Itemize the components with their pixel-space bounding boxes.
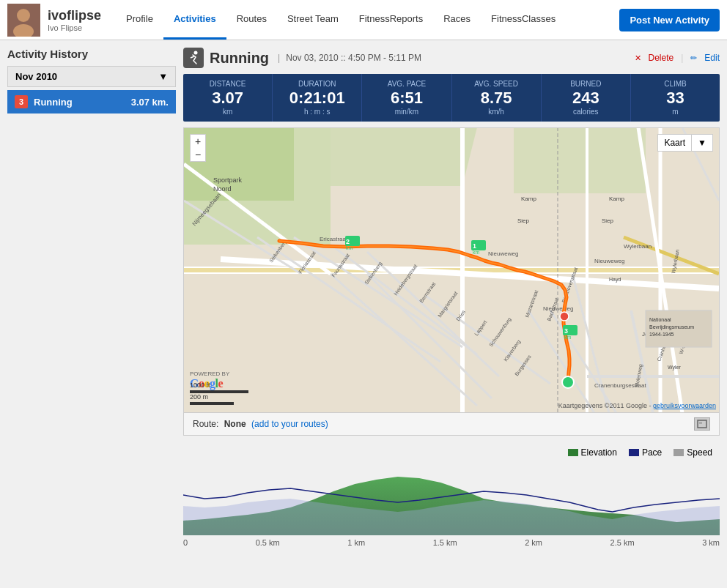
copyright-link[interactable]: gebruiksvoorwaarden (653, 402, 716, 409)
stat-distance-label: Distance (191, 80, 265, 88)
scale-1000ft: 1000 ft (190, 382, 248, 389)
svg-text:Nationaal: Nationaal (649, 317, 671, 322)
chevron-down-icon[interactable]: ▼ (691, 135, 712, 151)
main: Activity History Nov 2010 ▼ 3 Running 3.… (0, 40, 727, 562)
map-type-selector[interactable]: Kaart ▼ (657, 134, 713, 152)
map-container[interactable]: Nijmeegse­baan Stekenberg Floriastraat F… (183, 127, 720, 413)
stat-pace: Avg. Pace 6:51 min/km (362, 74, 451, 122)
stat-speed-value: 8.75 (460, 89, 534, 107)
svg-point-3 (194, 51, 198, 55)
map-scale: 1000 ft 200 m (190, 382, 248, 405)
route-label: Route: (193, 419, 218, 429)
svg-text:Hayd: Hayd (609, 277, 621, 283)
svg-text:Nieuweweg: Nieuweweg (488, 250, 518, 257)
svg-point-1 (17, 9, 30, 22)
stat-burned-value: 243 (549, 89, 623, 107)
svg-text:Wylerbaan: Wylerbaan (624, 243, 652, 250)
speed-label: Speed (687, 447, 712, 458)
svg-text:km: km (473, 250, 480, 255)
sidebar: Activity History Nov 2010 ▼ 3 Running 3.… (7, 48, 176, 554)
svg-text:1944-1945: 1944-1945 (649, 332, 674, 337)
svg-text:Siep: Siep (517, 217, 530, 224)
elevation-color-swatch (568, 449, 578, 456)
x-label-1: 1 km (347, 538, 365, 547)
sidebar-title: Activity History (7, 48, 176, 60)
delete-button[interactable]: Delete (649, 53, 674, 63)
header: ivoflipse Ivo Flipse Profile Activities … (0, 0, 727, 40)
chart-svg (183, 462, 720, 535)
nav-tab-activities[interactable]: Activities (163, 0, 226, 40)
separator: | (278, 53, 280, 63)
map-background: Nijmeegse­baan Stekenberg Floriastraat F… (184, 128, 719, 412)
stat-speed-unit: km/h (460, 108, 534, 116)
svg-text:Cranenburgsestraat: Cranenburgsestraat (594, 382, 646, 389)
svg-rect-84 (699, 422, 702, 424)
nav-tab-fitness-reports[interactable]: FitnessReports (349, 0, 433, 40)
username: ivoflipse (48, 8, 101, 23)
x-label-15: 1.5 km (433, 538, 457, 547)
x-label-25: 2.5 km (610, 538, 635, 547)
legend-pace: Pace (629, 447, 662, 458)
svg-text:Sportpark: Sportpark (213, 176, 243, 184)
stat-burned: Burned 243 calories (542, 74, 631, 122)
nav-tab-fitness-classes[interactable]: FitnessClasses (481, 0, 566, 40)
pace-label: Pace (642, 447, 662, 458)
legend-speed: Speed (674, 447, 712, 458)
stat-duration-value: 0:21:01 (280, 89, 354, 107)
content: Running | Nov 03, 2010 :: 4:50 PM - 5:11… (183, 48, 720, 554)
map-copyright: Kaartgegevens ©2011 Google - gebruiksvoo… (558, 402, 716, 409)
route-info: Route: None (add to your routes) (193, 419, 328, 429)
header-nav: Profile Activities Routes Street Team Fi… (116, 0, 720, 40)
svg-text:Kamp: Kamp (609, 196, 624, 202)
stat-pace-value: 6:51 (369, 89, 443, 107)
stat-burned-unit: calories (549, 108, 623, 116)
svg-text:3: 3 (564, 327, 568, 335)
svg-text:Noord: Noord (213, 185, 232, 193)
stat-distance: Distance 3.07 km (183, 74, 273, 122)
activity-list-item[interactable]: 3 Running 3.07 km. (7, 90, 176, 113)
scale-200m: 200 m (190, 393, 248, 401)
route-add-link[interactable]: (add to your routes) (251, 419, 328, 429)
stat-distance-value: 3.07 (191, 89, 265, 107)
stats-bar: Distance 3.07 km Duration 0:21:01 h : m … (183, 74, 720, 122)
speed-color-swatch (674, 449, 684, 456)
powered-by-label: POWERED BY (190, 371, 229, 377)
svg-text:Nieuweweg: Nieuweweg (594, 258, 624, 264)
map-expand-button[interactable] (694, 417, 710, 431)
nav-tab-races[interactable]: Races (433, 0, 481, 40)
svg-text:Ericastraat: Ericastraat (320, 236, 348, 242)
month-selector[interactable]: Nov 2010 ▼ (7, 66, 176, 87)
avatar (7, 4, 40, 37)
stat-climb: Climb 33 m (631, 74, 720, 122)
post-activity-button[interactable]: Post New Activity (619, 9, 720, 31)
nav-tab-routes[interactable]: Routes (226, 0, 277, 40)
stat-speed: Avg. Speed 8.75 km/h (452, 74, 542, 122)
chart-container: Elevation Pace Speed (183, 447, 720, 554)
month-label: Nov 2010 (15, 71, 57, 82)
map-zoom-controls: + − (190, 134, 206, 162)
nav-tab-profile[interactable]: Profile (116, 0, 163, 40)
svg-text:km: km (346, 245, 353, 250)
chevron-down-icon: ▼ (158, 71, 168, 82)
svg-text:2: 2 (346, 238, 350, 245)
svg-marker-7 (331, 128, 477, 186)
svg-text:Nieuweweg: Nieuweweg (543, 305, 573, 312)
nav-tab-street-team[interactable]: Street Team (277, 0, 349, 40)
stat-distance-unit: km (191, 108, 265, 116)
pace-color-swatch (629, 449, 639, 456)
subname: Ivo Flipse (48, 23, 101, 32)
stat-pace-label: Avg. Pace (369, 80, 443, 88)
zoom-out-button[interactable]: − (191, 148, 205, 161)
svg-text:1: 1 (473, 242, 476, 250)
elevation-chart (183, 462, 720, 535)
edit-button[interactable]: Edit (704, 53, 720, 63)
stat-climb-label: Climb (638, 80, 712, 88)
stat-duration-label: Duration (280, 80, 354, 88)
stat-duration-unit: h : m : s (280, 108, 354, 116)
svg-text:Bevrijdings­museum: Bevrijdings­museum (649, 324, 694, 330)
activity-run-icon (183, 48, 204, 68)
edit-icon: ✏ (690, 53, 697, 63)
stat-burned-label: Burned (549, 80, 623, 88)
zoom-in-button[interactable]: + (191, 135, 205, 148)
legend-elevation: Elevation (568, 447, 617, 458)
